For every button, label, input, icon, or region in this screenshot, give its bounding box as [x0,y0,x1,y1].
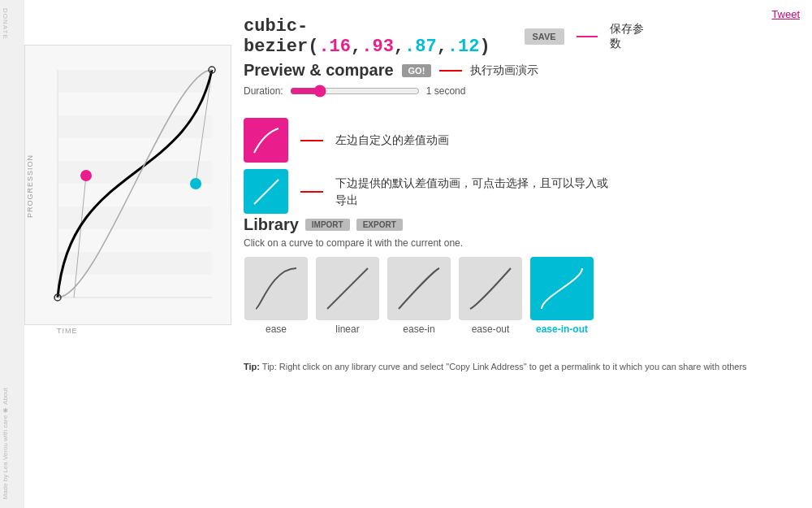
curve-thumb-linear [316,257,379,320]
duration-value: 1 second [426,85,466,97]
tip-text: Tip: Tip: Right click on any library cur… [244,362,804,371]
curve-thumb-ease [244,257,308,320]
library-title: Library [244,215,299,234]
curve-card-ease[interactable]: ease [244,257,309,335]
custom-dash-line [300,140,323,141]
svg-point-9 [80,170,92,181]
y-axis-label: PROGRESSION [26,154,34,218]
go-dash-line [439,70,462,72]
curve-thumb-ease-out [459,257,522,320]
curve-label-ease-out: ease-out [472,323,510,335]
curve-label-ease: ease [266,323,287,335]
curve-cards: ease linear ease-in [244,257,804,335]
save-dash-line [577,36,598,37]
svg-point-10 [190,178,201,189]
default-dash-line [300,191,323,193]
default-preview-row: 下边提供的默认差值动画，可点击选择，且可以导入或导出 [244,169,611,214]
formula-p1: .16 [318,37,351,57]
made-by-label: Made by Lea Verou with care ✱ About [2,388,9,500]
formula-suffix: ) [479,37,490,57]
formula-text: cubic-bezier(.16,.93,.87,.12) [244,16,516,57]
curve-card-ease-in-out[interactable]: ease-in-out [529,257,594,335]
curve-label-linear: linear [335,323,359,335]
curve-card-ease-in[interactable]: ease-in [387,257,451,335]
preview-title: Preview & compare [244,61,394,80]
curve-label-ease-in: ease-in [403,323,434,335]
curve-thumb-ease-in [387,257,451,320]
duration-row: Duration: 1 second [244,85,804,98]
curve-card-ease-out[interactable]: ease-out [458,257,523,335]
duration-slider[interactable] [290,85,420,98]
curve-label-ease-in-out: ease-in-out [536,323,588,335]
save-button[interactable]: SAVE [525,28,564,45]
library-header: Library IMPORT EXPORT [244,215,804,234]
import-button[interactable]: IMPORT [305,219,350,231]
default-annotation: 下边提供的默认差值动画，可点击选择，且可以导入或导出 [335,175,611,209]
go-button[interactable]: GO! [402,64,432,77]
curve-card-linear[interactable]: linear [315,257,380,335]
library-section: Library IMPORT EXPORT Click on a curve t… [244,215,804,335]
sidebar: DONATE Made by Lea Verou with care ✱ Abo… [0,0,24,508]
formula-area: cubic-bezier(.16,.93,.87,.12) SAVE 保存参数 [244,16,650,57]
bezier-canvas[interactable] [24,45,231,325]
go-annotation: 执行动画演示 [470,63,538,78]
svg-rect-3 [58,115,212,138]
default-preview-box [244,169,288,214]
svg-rect-2 [58,70,212,93]
save-annotation: 保存参数 [610,22,650,51]
preview-area: Preview & compare GO! 执行动画演示 Duration: 1… [244,61,804,98]
formula-prefix: cubic-bezier( [244,16,318,57]
x-axis-label: TIME [57,327,78,335]
export-button[interactable]: EXPORT [356,219,403,231]
custom-preview-box [244,118,288,163]
tip-label: Tip: [244,362,260,371]
formula-p3: .87 [404,37,437,57]
formula-p2: .93 [361,37,394,57]
formula-p4: .12 [447,37,480,57]
preview-boxes: 左边自定义的差值动画 下边提供的默认差值动画，可点击选择，且可以导入或导出 [244,118,611,214]
custom-preview-row: 左边自定义的差值动画 [244,118,611,163]
preview-header: Preview & compare GO! 执行动画演示 [244,61,804,80]
svg-rect-6 [58,252,212,275]
duration-label: Duration: [244,85,283,97]
custom-annotation: 左边自定义的差值动画 [335,133,449,148]
tweet-link[interactable]: Tweet [771,8,800,20]
curve-thumb-ease-in-out [530,257,594,320]
donate-label: DONATE [2,8,9,40]
tip-content: Tip: Right click on any library curve an… [262,362,747,371]
library-subtitle: Click on a curve to compare it with the … [244,237,804,249]
